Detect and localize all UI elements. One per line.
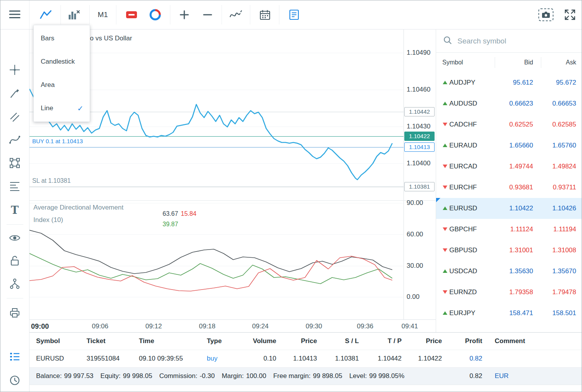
column-symbol[interactable]: Symbol — [436, 59, 495, 66]
shapes-tool-button[interactable] — [6, 156, 23, 171]
ask-value: 1.11194 — [541, 225, 582, 233]
fullscreen-button[interactable] — [561, 4, 579, 26]
channel-tool-button[interactable] — [6, 110, 23, 125]
lock-button[interactable] — [6, 253, 23, 269]
print-button[interactable] — [6, 305, 23, 321]
zoom-in-button[interactable] — [175, 4, 194, 26]
chart-area: EURUSD, M1: Euro vs US Dollar BUY 0.1 at… — [29, 29, 436, 332]
menu-item-label: Candlestick — [41, 58, 75, 66]
account-summary-row: Balance: 99 997.53 Equity: 99 998.05 Com… — [29, 368, 582, 385]
depth-of-market-button[interactable] — [146, 4, 165, 26]
column-bid[interactable]: Bid — [495, 59, 541, 66]
calendar-button[interactable] — [256, 4, 274, 26]
menu-item-area[interactable]: Area — [34, 73, 90, 97]
crosshair-icon — [9, 64, 21, 77]
pane-separator[interactable] — [29, 200, 436, 201]
level-label: Level: — [349, 372, 367, 380]
menu-item-line[interactable]: Line ✓ — [34, 97, 90, 120]
watchlist-row-eurjpy[interactable]: EURJPY 158.471 158.501 — [436, 303, 582, 324]
free-margin-label: Free margin: — [273, 372, 310, 380]
timeframe-button[interactable]: M1 — [94, 4, 112, 26]
time-tick: 09:06 — [92, 322, 109, 331]
up-arrow-icon — [443, 311, 447, 315]
main-menu-button[interactable] — [0, 0, 29, 29]
down-arrow-icon — [443, 165, 447, 168]
history-clock-icon — [9, 375, 21, 387]
up-arrow-icon — [443, 102, 447, 105]
watchlist-row-eurnzd[interactable]: EURNZD 1.79358 1.79478 — [436, 282, 582, 303]
watchlist-row-eurusd[interactable]: EURUSD 1.10422 1.10426 — [436, 198, 582, 219]
adx-line — [29, 230, 392, 274]
watchlist-row-eurcad[interactable]: EURCAD 1.49744 1.49824 — [436, 156, 582, 177]
ask-value: 1.65760 — [541, 142, 582, 149]
toolbar-separator — [279, 5, 279, 24]
drawing-tool-button[interactable] — [6, 86, 23, 102]
balance-label: Balance: — [36, 372, 62, 380]
news-button[interactable] — [285, 4, 303, 26]
fibonacci-lines-icon — [9, 180, 21, 193]
watchlist-row-cadchf[interactable]: CADCHF 0.62525 0.62585 — [436, 114, 582, 135]
line-chart-icon — [39, 9, 52, 21]
indicator-tick: 30.00 — [407, 262, 423, 270]
commission-label: Commission: — [159, 372, 197, 380]
trade-panel-toggle[interactable] — [6, 349, 23, 365]
indicator-values-line2: 39.87 — [163, 221, 178, 228]
watchlist-row-gbpusd[interactable]: GBPUSD 1.31001 1.31008 — [436, 240, 582, 261]
indicator-title: Average Directional Movement — [33, 204, 123, 212]
bid-value: 1.35630 — [495, 267, 541, 275]
ask-value: 0.66653 — [541, 100, 582, 108]
zoom-out-button[interactable] — [198, 4, 217, 26]
screenshot-button[interactable] — [536, 4, 556, 26]
down-arrow-icon — [443, 227, 447, 231]
one-click-trading-button[interactable] — [123, 4, 141, 26]
history-button[interactable] — [6, 373, 23, 389]
one-click-trading-icon — [126, 10, 138, 20]
watchlist-row-audusd[interactable]: AUDUSD 0.66623 0.66653 — [436, 93, 582, 114]
time-axis[interactable]: 09:00 09:06 09:12 09:18 09:24 09:30 09:3… — [29, 319, 436, 332]
ask-value: 1.31008 — [541, 246, 582, 254]
toolbar-right-group — [536, 4, 582, 26]
trade-panel: Symbol Ticket Time Type Volume Price S /… — [29, 332, 582, 392]
column-price-current: Price — [403, 337, 443, 345]
curve-tool-button[interactable] — [6, 133, 23, 148]
objects-list-button[interactable] — [6, 276, 23, 292]
menu-item-bars[interactable]: Bars — [34, 27, 90, 50]
text-tool-button[interactable]: T — [6, 202, 23, 218]
free-margin-value: 99 898.05 — [313, 372, 343, 380]
watchlist-row-eurchf[interactable]: EURCHF 0.93681 0.93711 — [436, 177, 582, 198]
bid-value: 1.11124 — [495, 225, 541, 233]
column-symbol: Symbol — [29, 337, 80, 345]
watchlist-row-euraud[interactable]: EURAUD 1.65660 1.65760 — [436, 135, 582, 156]
up-arrow-icon — [443, 269, 447, 273]
ask-value: 1.10426 — [541, 205, 582, 212]
column-comment: Comment — [484, 337, 582, 345]
buy-position-label: BUY 0.1 at 1.10413 — [32, 138, 83, 144]
bid-value: 95.612 — [495, 79, 541, 87]
checkmark-icon: ✓ — [77, 104, 83, 113]
search-symbol-input[interactable] — [457, 37, 576, 45]
channel-lines-icon — [9, 111, 21, 124]
watchlist-row-gbpchf[interactable]: GBPCHF 1.11124 1.11194 — [436, 219, 582, 240]
column-type: Type — [200, 337, 249, 345]
watchlist-row-audjpy[interactable]: AUDJPY 95.612 95.672 — [436, 72, 582, 93]
menu-item-candlestick[interactable]: Candlestick — [34, 50, 90, 73]
time-tick: 09:24 — [252, 322, 269, 331]
plus-di-line — [29, 253, 392, 284]
chart-type-button[interactable] — [36, 4, 55, 26]
pie-chart-icon — [149, 9, 161, 21]
current-price-tag: 1.10422 — [404, 132, 435, 141]
remove-indicator-button[interactable] — [65, 4, 83, 26]
fibonacci-tool-button[interactable] — [6, 179, 23, 194]
stop-loss-label: SL at 1.10381 — [32, 177, 71, 184]
crosshair-tool-button[interactable] — [6, 62, 23, 78]
bid-value: 1.65660 — [495, 142, 541, 149]
calendar-icon — [259, 9, 271, 21]
position-open-price: 1.10413 — [278, 355, 319, 363]
visibility-button[interactable] — [6, 231, 23, 246]
column-ask[interactable]: Ask — [541, 59, 582, 66]
ask-value: 0.93711 — [541, 184, 582, 191]
watchlist-row-usdcad[interactable]: USDCAD 1.35630 1.35670 — [436, 261, 582, 282]
price-axis[interactable]: 1.10490 1.10460 1.10430 1.10400 1.10442 … — [404, 29, 436, 319]
position-row-eurusd[interactable]: EURUSD 319551084 09.10 09:39:55 buy 0.10… — [29, 350, 582, 368]
indicators-button[interactable] — [227, 4, 245, 26]
